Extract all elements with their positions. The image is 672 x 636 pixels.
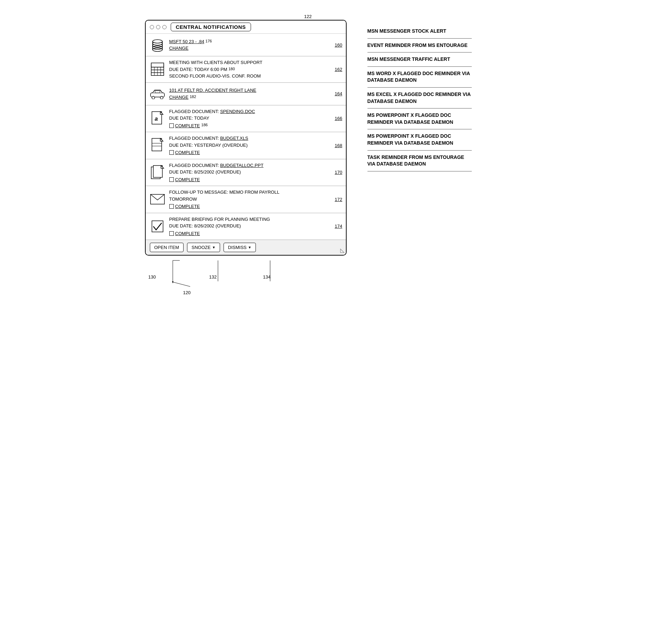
notification-row-2[interactable]: MEETING WITH CLIENTS ABOUT SUPPORT DUE D… (146, 56, 346, 83)
snooze-dropdown-arrow: ▼ (212, 245, 216, 249)
toolbar: OPEN ITEM SNOOZE ▼ DISMISS ▼ ◿ (146, 240, 346, 255)
row8-line1: PREPARE BRIEFING FOR PLANNING MEETING (169, 216, 329, 223)
row3-line2: CHANGE 182 (169, 94, 329, 101)
row2-line1: MEETING WITH CLIENTS ABOUT SUPPORT (169, 59, 329, 66)
row7-checkbox[interactable] (169, 204, 174, 209)
row3-line1: 101 AT FELT RD. ACCIDENT RIGHT LANE (169, 87, 329, 94)
row3-change: CHANGE (169, 95, 189, 100)
notification-row-5[interactable]: FLAGGED DOCUMENT: BUDGET.XLS DUE DATE: Y… (146, 132, 346, 159)
row5-line2: DUE DATE: YESTERDAY (OVERDUE) (169, 142, 329, 149)
notification-window: CENTRAL NOTIFICATIONS (145, 20, 347, 256)
row4-line1: FLAGGED DOCUMENT: SPENDING.DOC (169, 108, 329, 115)
row8-line2: DUE DATE: 8/26/2002 (OVERDUE) (169, 223, 329, 230)
row1-ref-number: 160 (332, 42, 342, 48)
svg-point-8 (153, 40, 162, 43)
annotation-4: MS WORD X FLAGGED DOC REMINDER VIA DATAB… (367, 67, 472, 88)
row3-content: 101 AT FELT RD. ACCIDENT RIGHT LANE CHAN… (169, 87, 329, 100)
row5-checkbox-row[interactable]: COMPLETE (169, 149, 329, 156)
annotation-1: MSN MESSENGER STOCK ALERT (367, 24, 472, 39)
svg-text:a: a (155, 116, 158, 122)
row8-content: PREPARE BRIEFING FOR PLANNING MEETING DU… (169, 216, 329, 237)
bottom-refs-area: 130 132 134 120 (145, 257, 347, 299)
traffic-light-2 (156, 25, 160, 29)
row5-complete-label: COMPLETE (175, 149, 200, 156)
notification-row-6[interactable]: FLAGGED DOCUMENT: BUDGETALLOC.PPT DUE DA… (146, 159, 346, 186)
notification-row-7[interactable]: FOLLOW-UP TO MESSAGE: MEMO FROM PAYROLL … (146, 186, 346, 213)
svg-rect-22 (155, 91, 160, 93)
row4-ref-number: 166 (332, 116, 342, 121)
row2-line3: SECOND FLOOR AUDIO-VIS. CONF. ROOM (169, 73, 329, 80)
notification-row-3[interactable]: 184 101 AT FELT RD. ACCIDENT RIGHT LANE (146, 83, 346, 105)
dismiss-button[interactable]: DISMISS ▼ (224, 243, 256, 252)
row7-content: FOLLOW-UP TO MESSAGE: MEMO FROM PAYROLL … (169, 189, 329, 210)
row7-complete-label: COMPLETE (175, 203, 200, 210)
label-122: 122 (304, 14, 312, 19)
row3-traffic: 101 AT FELT RD. ACCIDENT RIGHT LANE (169, 88, 257, 93)
row4-checkbox-row[interactable]: COMPLETE 186 (169, 122, 329, 129)
window-title: CENTRAL NOTIFICATIONS (171, 23, 251, 31)
row2-line2: DUE DATE: TODAY 6:00 PM 180 (169, 66, 329, 73)
row4-checkbox[interactable] (169, 123, 174, 128)
svg-rect-18 (151, 63, 164, 67)
ref-186: 186 (201, 122, 208, 128)
ref-134-label: 134 (263, 274, 271, 280)
row8-ref-number: 174 (332, 224, 342, 229)
annotation-2: EVENT REMINDER FROM MS ENTOURAGE (367, 39, 472, 53)
row2-ref-number: 162 (332, 67, 342, 72)
row4-complete-label: COMPLETE (175, 122, 200, 129)
doc-xls-icon (149, 137, 166, 154)
row7-ref-number: 172 (332, 197, 342, 202)
row7-line1: FOLLOW-UP TO MESSAGE: MEMO FROM PAYROLL (169, 189, 329, 196)
traffic-lights (150, 25, 167, 29)
row7-checkbox-row[interactable]: COMPLETE (169, 203, 329, 210)
window-container: CENTRAL NOTIFICATIONS (145, 20, 347, 256)
row6-checkbox-row[interactable]: COMPLETE (169, 176, 329, 183)
annotation-3: MSN MESSENGER TRAFFIC ALERT (367, 53, 472, 67)
ref-182: 182 (190, 95, 196, 99)
annotation-6: MS POWERPOINT X FLAGGED DOC REMINDER VIA… (367, 108, 472, 129)
snooze-label: SNOOZE (192, 245, 211, 250)
row8-checkbox-row[interactable]: COMPLETE (169, 230, 329, 237)
task-check-icon (149, 218, 166, 235)
svg-point-1 (153, 46, 162, 49)
row1-change: CHANGE (169, 46, 189, 51)
ref-132-label: 132 (209, 274, 217, 280)
doc-a-icon: a (149, 110, 166, 127)
row6-line2: DUE DATE: 8/25/2002 (OVERDUE) (169, 169, 329, 176)
svg-point-0 (153, 48, 162, 51)
row6-content: FLAGGED DOCUMENT: BUDGETALLOC.PPT DUE DA… (169, 162, 329, 183)
ref-120-label: 120 (183, 290, 191, 295)
diagram-area: 122 CENTRAL NOTIFICATIONS (145, 14, 347, 299)
page-wrapper: 122 CENTRAL NOTIFICATIONS (145, 14, 527, 299)
row8-complete-label: COMPLETE (175, 230, 200, 237)
snooze-button[interactable]: SNOOZE ▼ (187, 243, 220, 252)
row5-checkbox[interactable] (169, 150, 174, 155)
svg-marker-37 (172, 281, 173, 283)
row5-line1: FLAGGED DOCUMENT: BUDGET.XLS (169, 135, 329, 142)
row6-ref-number: 170 (332, 170, 342, 175)
row1-line2: CHANGE (169, 45, 329, 52)
envelope-icon (149, 191, 166, 208)
dismiss-label: DISMISS (228, 245, 246, 250)
row4-content: FLAGGED DOCUMENT: SPENDING.DOC DUE DATE:… (169, 108, 329, 129)
row1-stock: MSFT 50 23 - .84 (169, 39, 204, 44)
notification-row-8[interactable]: PREPARE BRIEFING FOR PLANNING MEETING DU… (146, 213, 346, 240)
row1-content: MSFT 50 23 - .84 176 CHANGE (169, 38, 329, 52)
title-bar: CENTRAL NOTIFICATIONS (146, 21, 346, 34)
row6-checkbox[interactable] (169, 177, 174, 182)
ref-176: 176 (205, 39, 212, 43)
svg-point-21 (160, 96, 163, 99)
annotations-panel: MSN MESSENGER STOCK ALERT EVENT REMINDER… (367, 14, 472, 171)
row7-line2: TOMORROW (169, 196, 329, 203)
row5-content: FLAGGED DOCUMENT: BUDGET.XLS DUE DATE: Y… (169, 135, 329, 156)
svg-line-36 (173, 282, 190, 287)
annotation-5: MS EXCEL X FLAGGED DOC REMINDER VIA DATA… (367, 88, 472, 108)
notification-row-4[interactable]: a FLAGGED DOCUMENT: SPENDING.DOC DUE DAT… (146, 105, 346, 132)
resize-handle[interactable]: ◿ (340, 247, 345, 253)
row8-checkbox[interactable] (169, 231, 174, 236)
annotation-8: TASK REMINDER FROM MS ENTOURAGE VIA DATA… (367, 151, 472, 171)
row2-content: MEETING WITH CLIENTS ABOUT SUPPORT DUE D… (169, 59, 329, 80)
notification-row-1[interactable]: MSFT 50 23 - .84 176 CHANGE 160 178 (146, 34, 346, 56)
open-item-button[interactable]: OPEN ITEM (150, 243, 184, 252)
svg-point-20 (152, 96, 155, 99)
